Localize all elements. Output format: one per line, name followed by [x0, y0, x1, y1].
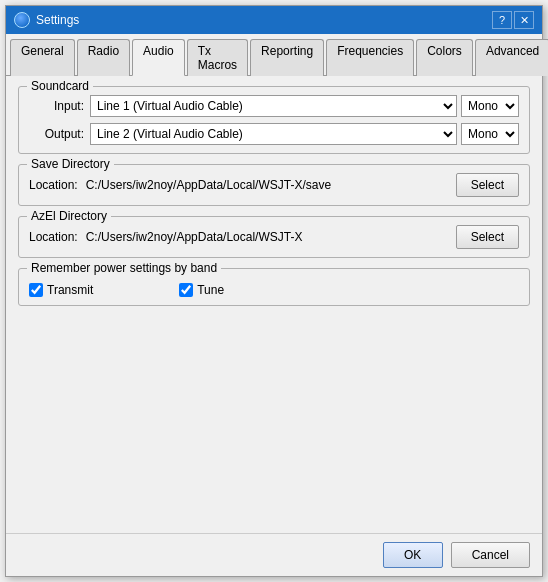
input-channel-select[interactable]: Mono Left Right Both: [461, 95, 519, 117]
tab-frequencies[interactable]: Frequencies: [326, 39, 414, 76]
tune-label: Tune: [197, 283, 224, 297]
tab-audio[interactable]: Audio: [132, 39, 185, 76]
output-channel-select[interactable]: Mono Left Right Both: [461, 123, 519, 145]
cancel-button[interactable]: Cancel: [451, 542, 530, 568]
output-select-wrapper: Line 2 (Virtual Audio Cable) Mono Left R…: [90, 123, 519, 145]
window-title: Settings: [36, 13, 79, 27]
title-bar-buttons: ? ✕: [492, 11, 534, 29]
azel-directory-label: AzEl Directory: [27, 209, 111, 223]
content-area: Soundcard Input: Line 1 (Virtual Audio C…: [6, 76, 542, 533]
azel-location-path: C:/Users/iw2noy/AppData/Local/WSJT-X: [86, 230, 448, 244]
soundcard-group-label: Soundcard: [27, 79, 93, 93]
save-location-path: C:/Users/iw2noy/AppData/Local/WSJT-X/sav…: [86, 178, 448, 192]
transmit-checkbox[interactable]: [29, 283, 43, 297]
tab-general[interactable]: General: [10, 39, 75, 76]
title-bar: Settings ? ✕: [6, 6, 542, 34]
checkbox-row: Transmit Tune: [29, 283, 519, 297]
input-row: Input: Line 1 (Virtual Audio Cable) Mono…: [29, 95, 519, 117]
azel-location-label: Location:: [29, 230, 78, 244]
globe-icon: [14, 12, 30, 28]
power-settings-label: Remember power settings by band: [27, 261, 221, 275]
output-device-select[interactable]: Line 2 (Virtual Audio Cable): [90, 123, 457, 145]
azel-location-row: Location: C:/Users/iw2noy/AppData/Local/…: [29, 225, 519, 249]
save-directory-label: Save Directory: [27, 157, 114, 171]
azel-directory-group: AzEl Directory Location: C:/Users/iw2noy…: [18, 216, 530, 258]
tab-tx-macros[interactable]: Tx Macros: [187, 39, 248, 76]
save-location-row: Location: C:/Users/iw2noy/AppData/Local/…: [29, 173, 519, 197]
save-location-label: Location:: [29, 178, 78, 192]
tab-radio[interactable]: Radio: [77, 39, 130, 76]
settings-window: Settings ? ✕ General Radio Audio Tx Macr…: [5, 5, 543, 577]
power-settings-group: Remember power settings by band Transmit…: [18, 268, 530, 306]
input-device-select[interactable]: Line 1 (Virtual Audio Cable): [90, 95, 457, 117]
tune-checkbox-item: Tune: [179, 283, 224, 297]
tab-reporting[interactable]: Reporting: [250, 39, 324, 76]
help-button[interactable]: ?: [492, 11, 512, 29]
close-button[interactable]: ✕: [514, 11, 534, 29]
output-label: Output:: [29, 127, 84, 141]
footer: OK Cancel: [6, 533, 542, 576]
title-bar-left: Settings: [14, 12, 79, 28]
transmit-label: Transmit: [47, 283, 93, 297]
tab-advanced[interactable]: Advanced: [475, 39, 548, 76]
transmit-checkbox-item: Transmit: [29, 283, 93, 297]
soundcard-group: Soundcard Input: Line 1 (Virtual Audio C…: [18, 86, 530, 154]
save-select-button[interactable]: Select: [456, 173, 519, 197]
input-select-wrapper: Line 1 (Virtual Audio Cable) Mono Left R…: [90, 95, 519, 117]
input-label: Input:: [29, 99, 84, 113]
tune-checkbox[interactable]: [179, 283, 193, 297]
tab-colors[interactable]: Colors: [416, 39, 473, 76]
save-directory-group: Save Directory Location: C:/Users/iw2noy…: [18, 164, 530, 206]
output-row: Output: Line 2 (Virtual Audio Cable) Mon…: [29, 123, 519, 145]
azel-select-button[interactable]: Select: [456, 225, 519, 249]
ok-button[interactable]: OK: [383, 542, 443, 568]
tab-bar: General Radio Audio Tx Macros Reporting …: [6, 34, 542, 76]
